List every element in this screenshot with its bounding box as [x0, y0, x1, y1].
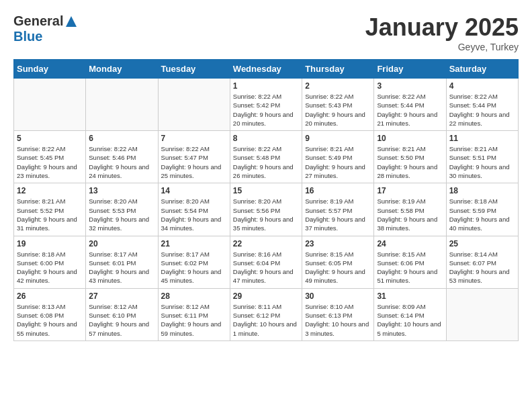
calendar-cell: 8Sunrise: 8:22 AM Sunset: 5:48 PM Daylig…	[230, 131, 302, 183]
day-of-week-header: Thursday	[302, 60, 374, 79]
day-number: 10	[377, 134, 443, 143]
cell-content: Sunrise: 8:20 AM Sunset: 5:53 PM Dayligh…	[89, 197, 154, 232]
day-number: 5	[17, 134, 83, 143]
svg-marker-0	[66, 16, 77, 27]
cell-content: Sunrise: 8:15 AM Sunset: 6:06 PM Dayligh…	[377, 250, 443, 285]
calendar-cell: 2Sunrise: 8:22 AM Sunset: 5:43 PM Daylig…	[302, 79, 374, 131]
logo-general-text: General	[13, 13, 63, 29]
day-number: 7	[161, 134, 227, 143]
calendar-cell: 4Sunrise: 8:22 AM Sunset: 5:44 PM Daylig…	[446, 79, 518, 131]
day-number: 20	[89, 239, 154, 248]
day-number: 22	[233, 239, 299, 248]
calendar-week-row: 12Sunrise: 8:21 AM Sunset: 5:52 PM Dayli…	[14, 183, 519, 236]
calendar-week-row: 1Sunrise: 8:22 AM Sunset: 5:42 PM Daylig…	[14, 79, 519, 131]
calendar-week-row: 5Sunrise: 8:22 AM Sunset: 5:45 PM Daylig…	[14, 131, 519, 183]
calendar-cell: 22Sunrise: 8:16 AM Sunset: 6:04 PM Dayli…	[230, 236, 302, 288]
calendar-cell: 24Sunrise: 8:15 AM Sunset: 6:06 PM Dayli…	[374, 236, 446, 288]
calendar-cell: 20Sunrise: 8:17 AM Sunset: 6:01 PM Dayli…	[86, 236, 158, 288]
calendar-cell: 7Sunrise: 8:22 AM Sunset: 5:47 PM Daylig…	[158, 131, 230, 183]
cell-content: Sunrise: 8:19 AM Sunset: 5:57 PM Dayligh…	[305, 197, 371, 232]
day-number: 4	[449, 81, 515, 91]
day-number: 19	[17, 239, 83, 248]
day-number: 9	[305, 134, 371, 143]
day-number: 16	[305, 186, 371, 195]
calendar-cell: 1Sunrise: 8:22 AM Sunset: 5:42 PM Daylig…	[230, 79, 302, 131]
day-number: 21	[161, 239, 227, 248]
calendar-cell: 3Sunrise: 8:22 AM Sunset: 5:44 PM Daylig…	[374, 79, 446, 131]
calendar-cell: 28Sunrise: 8:12 AM Sunset: 6:11 PM Dayli…	[158, 288, 230, 340]
calendar-cell: 15Sunrise: 8:20 AM Sunset: 5:56 PM Dayli…	[230, 183, 302, 236]
calendar-cell: 14Sunrise: 8:20 AM Sunset: 5:54 PM Dayli…	[158, 183, 230, 236]
day-number: 3	[377, 81, 443, 91]
cell-content: Sunrise: 8:22 AM Sunset: 5:44 PM Dayligh…	[377, 92, 443, 128]
day-number: 12	[17, 186, 83, 195]
calendar-cell: 26Sunrise: 8:13 AM Sunset: 6:08 PM Dayli…	[14, 288, 86, 340]
calendar-cell	[446, 288, 518, 340]
day-of-week-header: Wednesday	[230, 60, 302, 79]
day-number: 29	[233, 291, 299, 301]
calendar-cell: 5Sunrise: 8:22 AM Sunset: 5:45 PM Daylig…	[14, 131, 86, 183]
calendar-table: SundayMondayTuesdayWednesdayThursdayFrid…	[13, 59, 519, 341]
calendar-cell: 19Sunrise: 8:18 AM Sunset: 6:00 PM Dayli…	[14, 236, 86, 288]
cell-content: Sunrise: 8:22 AM Sunset: 5:47 PM Dayligh…	[161, 144, 227, 180]
day-number: 31	[377, 291, 443, 301]
logo-blue-text: Blue	[13, 29, 42, 44]
cell-content: Sunrise: 8:11 AM Sunset: 6:12 PM Dayligh…	[233, 302, 299, 338]
cell-content: Sunrise: 8:20 AM Sunset: 5:56 PM Dayligh…	[233, 197, 299, 232]
day-number: 25	[449, 239, 515, 248]
location: Geyve, Turkey	[365, 42, 519, 52]
day-of-week-header: Friday	[374, 60, 446, 79]
cell-content: Sunrise: 8:10 AM Sunset: 6:13 PM Dayligh…	[305, 302, 371, 338]
calendar-cell: 16Sunrise: 8:19 AM Sunset: 5:57 PM Dayli…	[302, 183, 374, 236]
cell-content: Sunrise: 8:19 AM Sunset: 5:58 PM Dayligh…	[377, 197, 443, 232]
cell-content: Sunrise: 8:22 AM Sunset: 5:42 PM Dayligh…	[233, 92, 299, 128]
day-number: 6	[89, 134, 154, 143]
cell-content: Sunrise: 8:17 AM Sunset: 6:02 PM Dayligh…	[161, 250, 227, 285]
cell-content: Sunrise: 8:21 AM Sunset: 5:49 PM Dayligh…	[305, 144, 371, 180]
cell-content: Sunrise: 8:22 AM Sunset: 5:48 PM Dayligh…	[233, 144, 299, 180]
calendar-cell: 30Sunrise: 8:10 AM Sunset: 6:13 PM Dayli…	[302, 288, 374, 340]
cell-content: Sunrise: 8:13 AM Sunset: 6:08 PM Dayligh…	[17, 302, 83, 338]
day-number: 8	[233, 134, 299, 143]
cell-content: Sunrise: 8:12 AM Sunset: 6:11 PM Dayligh…	[161, 302, 227, 338]
cell-content: Sunrise: 8:18 AM Sunset: 5:59 PM Dayligh…	[449, 197, 515, 232]
day-of-week-header: Tuesday	[158, 60, 230, 79]
cell-content: Sunrise: 8:12 AM Sunset: 6:10 PM Dayligh…	[89, 302, 154, 338]
calendar-cell	[86, 79, 158, 131]
cell-content: Sunrise: 8:20 AM Sunset: 5:54 PM Dayligh…	[161, 197, 227, 232]
day-number: 2	[305, 81, 371, 91]
logo: General Blue	[13, 13, 78, 44]
day-number: 18	[449, 186, 515, 195]
calendar-cell: 12Sunrise: 8:21 AM Sunset: 5:52 PM Dayli…	[14, 183, 86, 236]
day-number: 23	[305, 239, 371, 248]
cell-content: Sunrise: 8:21 AM Sunset: 5:50 PM Dayligh…	[377, 144, 443, 180]
cell-content: Sunrise: 8:18 AM Sunset: 6:00 PM Dayligh…	[17, 250, 83, 285]
day-of-week-header: Sunday	[14, 60, 86, 79]
cell-content: Sunrise: 8:17 AM Sunset: 6:01 PM Dayligh…	[89, 250, 154, 285]
calendar-header-row: SundayMondayTuesdayWednesdayThursdayFrid…	[14, 60, 519, 79]
calendar-cell: 11Sunrise: 8:21 AM Sunset: 5:51 PM Dayli…	[446, 131, 518, 183]
calendar-cell: 10Sunrise: 8:21 AM Sunset: 5:50 PM Dayli…	[374, 131, 446, 183]
day-number: 28	[161, 291, 227, 301]
cell-content: Sunrise: 8:16 AM Sunset: 6:04 PM Dayligh…	[233, 250, 299, 285]
calendar-cell: 31Sunrise: 8:09 AM Sunset: 6:14 PM Dayli…	[374, 288, 446, 340]
calendar-week-row: 19Sunrise: 8:18 AM Sunset: 6:00 PM Dayli…	[14, 236, 519, 288]
cell-content: Sunrise: 8:14 AM Sunset: 6:07 PM Dayligh…	[449, 250, 515, 285]
cell-content: Sunrise: 8:22 AM Sunset: 5:44 PM Dayligh…	[449, 92, 515, 128]
calendar-cell	[158, 79, 230, 131]
day-number: 1	[233, 81, 299, 91]
calendar-cell: 23Sunrise: 8:15 AM Sunset: 6:05 PM Dayli…	[302, 236, 374, 288]
day-number: 27	[89, 291, 154, 301]
day-number: 13	[89, 186, 154, 195]
calendar-cell: 21Sunrise: 8:17 AM Sunset: 6:02 PM Dayli…	[158, 236, 230, 288]
calendar-week-row: 26Sunrise: 8:13 AM Sunset: 6:08 PM Dayli…	[14, 288, 519, 340]
logo-icon	[64, 15, 78, 28]
calendar-cell: 6Sunrise: 8:22 AM Sunset: 5:46 PM Daylig…	[86, 131, 158, 183]
cell-content: Sunrise: 8:22 AM Sunset: 5:45 PM Dayligh…	[17, 144, 83, 180]
month-title: January 2025	[365, 13, 519, 42]
calendar-cell: 9Sunrise: 8:21 AM Sunset: 5:49 PM Daylig…	[302, 131, 374, 183]
cell-content: Sunrise: 8:21 AM Sunset: 5:52 PM Dayligh…	[17, 197, 83, 232]
calendar-cell: 27Sunrise: 8:12 AM Sunset: 6:10 PM Dayli…	[86, 288, 158, 340]
day-number: 14	[161, 186, 227, 195]
cell-content: Sunrise: 8:09 AM Sunset: 6:14 PM Dayligh…	[377, 302, 443, 338]
